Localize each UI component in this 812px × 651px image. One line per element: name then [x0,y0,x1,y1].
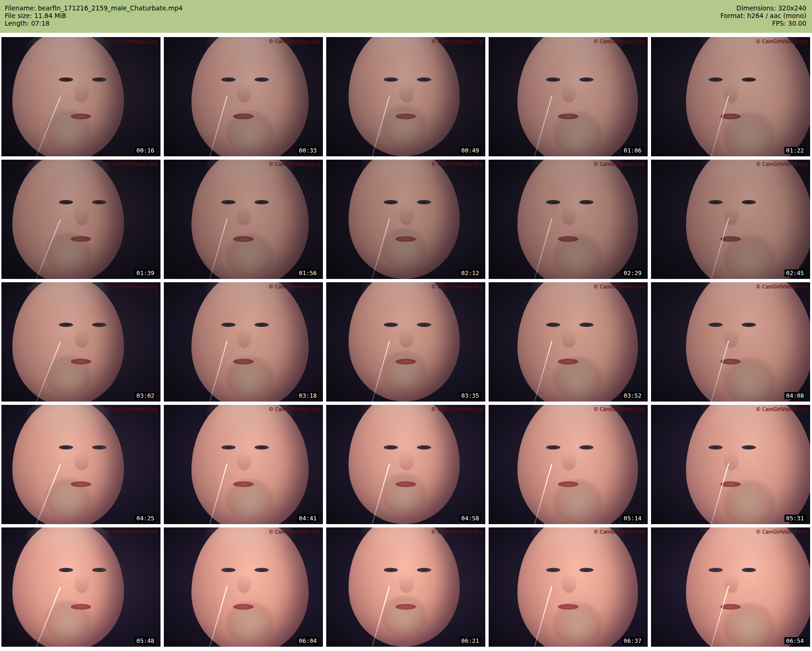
filesize-line: File size: 11.84 MiB [5,12,183,19]
video-thumbnail[interactable]: © CamGirlVideos.Org 05:14 [489,405,648,524]
webcam-frame-placeholder [164,405,323,524]
watermark-text: © CamGirlVideos.Org [756,407,807,412]
watermark-text: © CamGirlVideos.Org [269,162,320,167]
video-thumbnail[interactable]: © CamGirlVideos.Org 01:06 [489,37,648,156]
webcam-frame-placeholder [1,160,161,279]
video-thumbnail[interactable]: © CamGirlVideos.Org 01:56 [164,160,323,279]
video-thumbnail[interactable]: © CamGirlVideos.Org 02:29 [489,160,648,279]
timestamp-badge: 01:39 [135,269,156,277]
webcam-frame-placeholder [651,160,810,279]
webcam-frame-placeholder [326,405,485,524]
video-thumbnail[interactable]: © CamGirlVideos.Org 00:49 [326,37,485,156]
watermark-text: © CamGirlVideos.Org [269,529,320,535]
webcam-frame-placeholder [326,160,485,279]
length-line: Length: 07:18 [5,19,183,27]
video-thumbnail[interactable]: © CamGirlVideos.Org 05:31 [651,405,810,524]
webcam-frame-placeholder [489,160,648,279]
file-info-left: Filename: bearfin_171216_2159_male_Chatu… [5,4,183,33]
timestamp-badge: 04:58 [460,515,481,522]
watermark-text: © CamGirlVideos.Org [594,529,645,535]
timestamp-badge: 01:56 [297,269,318,277]
watermark-text: © CamGirlVideos.Org [269,284,320,289]
timestamp-badge: 06:54 [784,637,805,644]
video-thumbnail[interactable]: © CamGirlVideos.Org 00:16 [1,37,161,156]
video-thumbnail[interactable]: © CamGirlVideos.Org 02:12 [326,160,485,279]
video-thumbnail[interactable]: © CamGirlVideos.Org 06:37 [489,527,648,647]
dimensions-line: Dimensions: 320x240 [720,4,806,12]
file-info-right: Dimensions: 320x240 Format: h264 / aac (… [720,4,806,33]
watermark-text: © CamGirlVideos.Org [269,39,320,44]
video-thumbnail[interactable]: © CamGirlVideos.Org 03:02 [1,282,161,402]
webcam-frame-placeholder [326,282,485,402]
video-thumbnail[interactable]: © CamGirlVideos.Org 01:22 [651,37,810,156]
video-thumbnail[interactable]: © CamGirlVideos.Org 01:39 [1,160,161,279]
watermark-text: © CamGirlVideos.Org [431,529,482,535]
timestamp-badge: 00:49 [460,147,481,154]
watermark-text: © CamGirlVideos.Org [594,162,645,167]
watermark-text: © CamGirlVideos.Org [269,407,320,412]
video-thumbnail[interactable]: © CamGirlVideos.Org 03:35 [326,282,485,402]
timestamp-badge: 05:14 [622,515,643,522]
watermark-text: © CamGirlVideos.Org [431,284,482,289]
timestamp-badge: 02:45 [784,269,805,277]
webcam-frame-placeholder [651,527,810,647]
timestamp-badge: 06:37 [622,637,643,644]
video-thumbnail[interactable]: © CamGirlVideos.Org 06:21 [326,527,485,647]
video-thumbnail[interactable]: © CamGirlVideos.Org 06:54 [651,527,810,647]
timestamp-badge: 02:29 [622,269,643,277]
watermark-text: © CamGirlVideos.Org [106,162,158,167]
webcam-frame-placeholder [1,282,161,402]
webcam-frame-placeholder [489,37,648,156]
video-thumbnail[interactable]: © CamGirlVideos.Org 03:18 [164,282,323,402]
video-thumbnail[interactable]: © CamGirlVideos.Org 02:45 [651,160,810,279]
watermark-text: © CamGirlVideos.Org [431,162,482,167]
video-thumbnail[interactable]: © CamGirlVideos.Org 04:58 [326,405,485,524]
webcam-frame-placeholder [1,37,161,156]
video-thumbnail[interactable]: © CamGirlVideos.Org 00:33 [164,37,323,156]
filename-line: Filename: bearfin_171216_2159_male_Chatu… [5,4,183,12]
file-info-header: Filename: bearfin_171216_2159_male_Chatu… [0,0,812,33]
fps-line: FPS: 30.00 [720,19,806,27]
watermark-text: © CamGirlVideos.Org [756,39,807,44]
watermark-text: © CamGirlVideos.Org [106,284,158,289]
video-thumbnail[interactable]: © CamGirlVideos.Org 04:25 [1,405,161,524]
video-thumbnail[interactable]: © CamGirlVideos.Org 04:08 [651,282,810,402]
timestamp-badge: 05:31 [784,515,805,522]
webcam-frame-placeholder [164,160,323,279]
webcam-frame-placeholder [489,527,648,647]
video-thumbnail[interactable]: © CamGirlVideos.Org 06:04 [164,527,323,647]
webcam-frame-placeholder [164,282,323,402]
watermark-text: © CamGirlVideos.Org [594,39,645,44]
video-thumbnail[interactable]: © CamGirlVideos.Org 03:52 [489,282,648,402]
video-thumbnail[interactable]: © CamGirlVideos.Org 04:41 [164,405,323,524]
timestamp-badge: 06:04 [297,637,318,644]
watermark-text: © CamGirlVideos.Org [756,162,807,167]
timestamp-badge: 04:08 [784,392,805,399]
timestamp-badge: 00:33 [297,147,318,154]
watermark-text: © CamGirlVideos.Org [756,529,807,535]
webcam-frame-placeholder [164,37,323,156]
webcam-frame-placeholder [1,527,161,647]
webcam-frame-placeholder [326,527,485,647]
timestamp-badge: 06:21 [460,637,481,644]
timestamp-badge: 03:52 [622,392,643,399]
watermark-text: © CamGirlVideos.Org [431,39,482,44]
webcam-frame-placeholder [651,405,810,524]
webcam-frame-placeholder [489,282,648,402]
timestamp-badge: 02:12 [460,269,481,277]
timestamp-badge: 01:06 [622,147,643,154]
webcam-frame-placeholder [651,282,810,402]
timestamp-badge: 04:41 [297,515,318,522]
timestamp-badge: 03:35 [460,392,481,399]
video-thumbnail[interactable]: © CamGirlVideos.Org 05:48 [1,527,161,647]
watermark-text: © CamGirlVideos.Org [756,284,807,289]
watermark-text: © CamGirlVideos.Org [594,407,645,412]
timestamp-badge: 05:48 [135,637,156,644]
webcam-frame-placeholder [326,37,485,156]
webcam-frame-placeholder [164,527,323,647]
webcam-frame-placeholder [489,405,648,524]
thumbnail-grid: © CamGirlVideos.Org 00:16 © CamGirlVideo… [0,33,812,650]
webcam-frame-placeholder [651,37,810,156]
webcam-frame-placeholder [1,405,161,524]
timestamp-badge: 04:25 [135,515,156,522]
